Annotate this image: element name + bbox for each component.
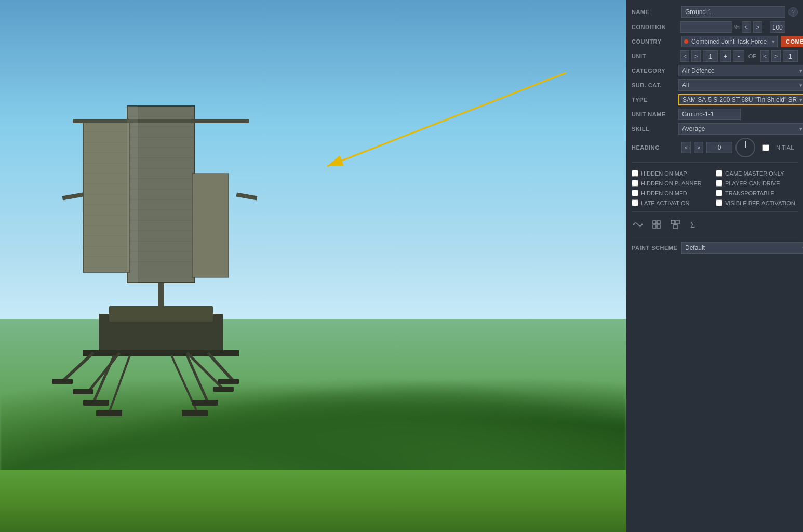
late-activation-checkbox[interactable] [632,200,638,206]
radar-unit [31,90,291,516]
unit-nav-right[interactable]: > [691,50,700,62]
category-row: CATEGORY Air Defence [626,63,803,78]
svg-rect-62 [653,225,656,228]
transportable-checkbox[interactable] [716,190,722,196]
svg-line-42 [187,353,223,389]
unit-value: 1 [703,50,718,62]
unit-of-nav-right[interactable]: > [771,50,780,62]
svg-point-59 [641,224,643,225]
game-master-label: GAME MASTER ONLY [725,170,784,177]
unit-remove-button[interactable]: - [733,50,744,62]
name-label: NAME [632,9,678,15]
type-row: TYPE SAM SA-5 S-200 ST-68U "Tin Shield" … [626,92,803,107]
unit-row: UNIT < > 1 + - OF < > 1 [626,49,803,63]
player-drive-checkbox[interactable] [716,180,722,187]
skill-label: SKILL [632,126,678,132]
visible-bef-checkbox[interactable] [716,200,722,206]
subcat-row: SUB. CAT. All [626,78,803,92]
svg-rect-45 [218,379,239,384]
paint-dropdown-wrapper: Default [681,242,803,254]
heading-nav-left[interactable]: < [681,142,691,153]
combat-button[interactable]: COMBAT [781,36,803,47]
svg-rect-52 [96,410,122,416]
formation-icon[interactable] [669,218,681,231]
transportable-item: TRANSPORTABLE [716,190,798,196]
subcat-dropdown-wrapper: All [678,79,803,91]
unit-add-button[interactable]: + [720,50,731,62]
game-master-checkbox[interactable] [716,170,722,177]
transportable-label: TRANSPORTABLE [725,190,774,196]
paint-select[interactable]: Default [681,242,803,254]
scene-area [0,0,626,532]
svg-rect-44 [73,389,93,394]
type-select[interactable]: SAM SA-5 S-200 ST-68U "Tin Shield" SR [678,94,803,105]
svg-rect-33 [73,119,249,123]
icon-toolbar: Σ [626,215,803,234]
country-select[interactable]: Combined Joint Task Forces [681,36,778,47]
category-label: CATEGORY [632,68,678,74]
svg-rect-61 [657,221,660,224]
condition-nav-right[interactable]: > [753,21,762,33]
group-icon[interactable] [650,218,663,231]
initial-checkbox[interactable] [762,144,769,151]
compass-dial[interactable] [735,138,755,157]
paint-row: PAINT SCHEME Default [626,241,803,255]
condition-value: 100 [770,21,785,33]
category-select[interactable]: Air Defence [678,65,803,76]
svg-rect-37 [109,306,213,322]
svg-rect-38 [83,350,239,356]
condition-row: CONDITION % < > 100 [626,20,803,34]
waypoint-icon[interactable] [632,218,644,231]
hidden-planner-label: HIDDEN ON PLANNER [641,180,702,187]
hidden-mfd-item: HIDDEN ON MFD [632,190,714,196]
unit-of-nav-left[interactable]: < [760,50,769,62]
name-input[interactable] [681,6,785,18]
hidden-mfd-label: HIDDEN ON MFD [641,190,687,196]
unit-name-row: UNIT NAME [626,107,803,122]
checkbox-section: HIDDEN ON MAP GAME MASTER ONLY HIDDEN ON… [626,166,803,208]
svg-rect-60 [653,221,656,224]
category-dropdown-wrapper: Air Defence [678,65,803,76]
svg-rect-64 [671,220,675,224]
subcat-select[interactable]: All [678,79,803,91]
hidden-map-item: HIDDEN ON MAP [632,170,714,177]
hidden-map-checkbox[interactable] [632,170,638,177]
unit-name-label: UNIT NAME [632,111,678,117]
country-dropdown-wrapper: Combined Joint Task Forces ▾ [681,36,778,47]
svg-rect-53 [192,400,218,406]
unit-of-value: 1 [783,50,798,62]
compass-needle [745,141,746,148]
svg-rect-34 [62,193,84,201]
hidden-planner-checkbox[interactable] [632,180,638,187]
country-label: COUNTRY [632,38,678,45]
condition-input[interactable] [680,21,732,33]
skill-select[interactable]: Average Veteran Novice High Excellent [678,123,803,135]
initial-label: INITIAL [774,144,794,151]
svg-rect-35 [236,193,258,201]
heading-nav-right[interactable]: > [694,142,703,153]
heading-input[interactable] [706,142,732,153]
svg-rect-46 [213,387,234,392]
svg-point-58 [633,224,635,225]
svg-rect-51 [83,400,109,406]
country-row: COUNTRY Combined Joint Task Forces ▾ COM… [626,34,803,49]
heading-label: HEADING [632,144,678,151]
svg-rect-55 [127,106,138,283]
unit-name-input[interactable] [678,109,741,120]
paint-label: PAINT SCHEME [632,245,678,251]
svg-line-47 [93,355,114,402]
percent-sign: % [734,24,740,30]
svg-rect-54 [182,410,208,416]
svg-rect-65 [676,220,679,224]
hidden-planner-item: HIDDEN ON PLANNER [632,180,714,187]
game-master-item: GAME MASTER ONLY [716,170,798,177]
unit-nav-left[interactable]: < [680,50,689,62]
help-button[interactable]: ? [788,7,798,17]
separator-2 [632,211,798,212]
type-label: TYPE [632,97,678,103]
sigma-icon[interactable]: Σ [688,218,700,231]
properties-panel: NAME ? CONDITION % < > 100 COUNTRY Combi… [626,0,803,532]
condition-nav-left[interactable]: < [742,21,751,33]
hidden-mfd-checkbox[interactable] [632,190,638,196]
visible-bef-label: VISIBLE BEF. ACTIVATION [725,200,795,206]
